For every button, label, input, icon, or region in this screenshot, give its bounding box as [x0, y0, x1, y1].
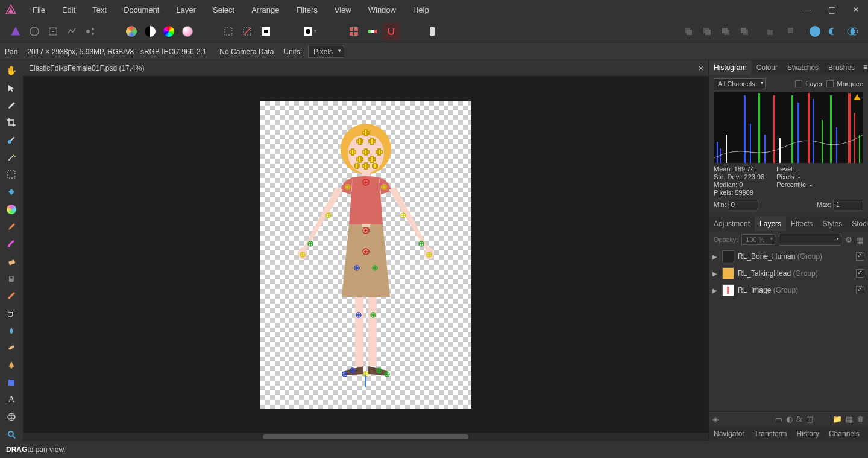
tab-styles[interactable]: Styles	[818, 217, 848, 231]
snap-magnet-icon[interactable]	[383, 23, 400, 40]
marquee-tool-icon[interactable]	[4, 168, 19, 182]
align-distribute-icon[interactable]	[364, 23, 381, 40]
blend-mode-dropdown[interactable]	[779, 234, 841, 246]
layer-fx-icon[interactable]: fx	[796, 415, 802, 424]
swatch-multi-icon[interactable]	[123, 23, 140, 40]
menu-document[interactable]: Document	[115, 2, 168, 18]
selection-brush-tool-icon[interactable]	[4, 133, 19, 147]
layer-crop-icon[interactable]: ◫	[806, 415, 813, 424]
maximize-button[interactable]: ▢	[820, 1, 844, 19]
swatch-grad-icon[interactable]	[179, 23, 196, 40]
persona-photo-icon[interactable]	[7, 23, 24, 40]
flood-fill-tool-icon[interactable]	[4, 185, 19, 199]
histogram-marquee-checkbox[interactable]	[826, 80, 834, 87]
layer-visibility-checkbox[interactable]	[856, 286, 864, 294]
menu-select[interactable]: Select	[204, 2, 243, 18]
menu-layer[interactable]: Layer	[168, 2, 204, 18]
selection-rect-icon[interactable]	[220, 23, 237, 40]
panel-menu-icon[interactable]: ≡	[860, 60, 868, 75]
layer-group-icon[interactable]: 📁	[832, 415, 842, 424]
mesh-tool-icon[interactable]	[4, 410, 19, 424]
boolean-intersect-icon[interactable]	[844, 23, 861, 40]
hist-min-input[interactable]	[728, 200, 758, 209]
layer-adjust-icon[interactable]: ◐	[786, 415, 793, 424]
layer-mask-icon[interactable]: ▭	[775, 415, 782, 424]
canvas-viewport[interactable]	[23, 76, 708, 433]
swatch-bw-icon[interactable]	[142, 23, 159, 40]
erase-tool-icon[interactable]	[4, 255, 19, 269]
magic-wand-tool-icon[interactable]	[4, 150, 19, 164]
layer-row[interactable]: ▶ RL_TalkingHead (Group)	[709, 265, 868, 282]
move-tool-icon[interactable]	[4, 81, 19, 95]
tab-adjustment[interactable]: Adjustment	[709, 217, 755, 231]
menu-file[interactable]: File	[24, 2, 54, 18]
paint-brush-tool-icon[interactable]	[4, 220, 19, 234]
menu-edit[interactable]: Edit	[54, 2, 84, 18]
tab-channels[interactable]: Channels	[824, 427, 864, 441]
menu-filters[interactable]: Filters	[288, 2, 326, 18]
tab-swatches[interactable]: Swatches	[782, 60, 823, 75]
hist-max-input[interactable]	[833, 200, 863, 209]
selection-deselect-icon[interactable]	[239, 23, 256, 40]
selection-invert-icon[interactable]	[257, 23, 274, 40]
tab-colour[interactable]: Colour	[752, 60, 782, 75]
persona-export-icon[interactable]	[82, 23, 99, 40]
gradient-tool-icon[interactable]	[4, 203, 19, 217]
layer-expand-icon[interactable]: ▶	[712, 253, 719, 260]
inpainting-tool-icon[interactable]	[4, 289, 19, 303]
assistant-icon[interactable]	[424, 23, 441, 40]
persona-develop-icon[interactable]	[45, 23, 61, 40]
histogram-channel-dropdown[interactable]: All Channels	[714, 78, 766, 89]
units-dropdown[interactable]: Pixels	[308, 46, 344, 58]
layer-blend-icon[interactable]: ◈	[712, 415, 719, 424]
histogram-layer-checkbox[interactable]	[795, 80, 802, 87]
menu-view[interactable]: View	[326, 2, 360, 18]
layer-expand-icon[interactable]: ▶	[712, 270, 719, 277]
swatch-hue-icon[interactable]	[160, 23, 177, 40]
crop-tool-icon[interactable]	[4, 116, 19, 130]
layer-options-more-icon[interactable]: ▦	[856, 235, 863, 244]
pixel-brush-tool-icon[interactable]	[4, 237, 19, 251]
boolean-subtract-icon[interactable]	[825, 23, 842, 40]
tab-history[interactable]: History	[792, 427, 824, 441]
clone-tool-icon[interactable]	[4, 272, 19, 285]
menu-window[interactable]: Window	[360, 2, 404, 18]
minimize-button[interactable]: ─	[796, 1, 820, 19]
persona-tone-icon[interactable]	[63, 23, 80, 40]
dodge-tool-icon[interactable]	[4, 307, 19, 320]
zoom-tool-icon[interactable]	[4, 427, 19, 441]
layer-row[interactable]: ▶ RL_Image (Group)	[709, 282, 868, 299]
boolean-add-icon[interactable]	[807, 23, 823, 40]
color-picker-tool-icon[interactable]	[4, 98, 19, 112]
persona-liquify-icon[interactable]	[26, 23, 43, 40]
tab-effects[interactable]: Effects	[786, 217, 817, 231]
menu-text[interactable]: Text	[84, 2, 115, 18]
layer-delete-icon[interactable]: 🗑	[857, 415, 864, 424]
align-grid-icon[interactable]	[345, 23, 362, 40]
rectangle-tool-icon[interactable]	[4, 375, 19, 389]
layer-options-gear-icon[interactable]: ⚙	[845, 235, 852, 244]
hand-tool-icon[interactable]: ✋	[4, 64, 19, 78]
layer-visibility-checkbox[interactable]	[856, 252, 864, 261]
healing-tool-icon[interactable]	[4, 341, 19, 355]
layer-expand-icon[interactable]: ▶	[712, 287, 719, 294]
bottom-panel-menu-icon[interactable]: ≡	[864, 427, 868, 441]
text-tool-icon[interactable]: A	[4, 393, 19, 407]
layer-visibility-checkbox[interactable]	[856, 269, 864, 278]
quickmask-icon[interactable]: ▾	[298, 23, 321, 40]
document-tab-close-icon[interactable]: ×	[699, 63, 703, 73]
blur-tool-icon[interactable]	[4, 323, 19, 337]
close-button[interactable]: ✕	[844, 1, 868, 19]
tab-layers[interactable]: Layers	[755, 217, 786, 231]
pen-tool-icon[interactable]	[4, 358, 19, 372]
menu-help[interactable]: Help	[404, 2, 438, 18]
layer-add-icon[interactable]: ▦	[846, 415, 853, 424]
horizontal-scrollbar[interactable]	[23, 433, 708, 441]
tab-brushes[interactable]: Brushes	[823, 60, 860, 75]
opacity-dropdown[interactable]: 100 %	[741, 234, 775, 245]
tab-histogram[interactable]: Histogram	[709, 60, 752, 75]
layer-row[interactable]: ▶ RL_Bone_Human (Group)	[709, 248, 868, 265]
tab-navigator[interactable]: Navigator	[709, 427, 749, 441]
tab-transform[interactable]: Transform	[749, 427, 791, 441]
tab-stock[interactable]: Stock	[847, 217, 868, 231]
